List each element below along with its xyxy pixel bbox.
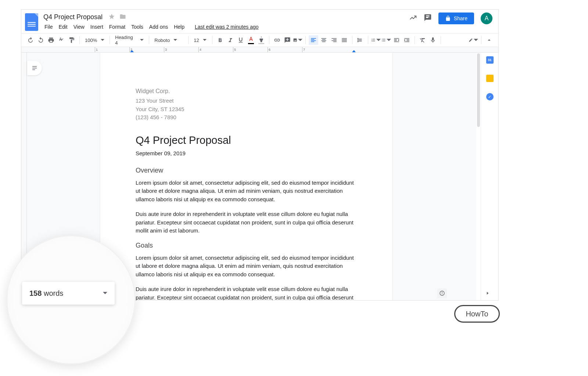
word-count-text: 158 words	[29, 289, 63, 298]
sidepanel-collapse-icon[interactable]	[485, 291, 490, 297]
italic-button[interactable]	[226, 35, 235, 45]
tasks-app-icon[interactable]	[486, 93, 494, 100]
ruler-tick: 5	[233, 47, 268, 52]
ruler-tick: 3	[164, 47, 198, 52]
menu-help[interactable]: Help	[171, 22, 187, 31]
doc-section-overview: Overview	[136, 167, 357, 174]
move-folder-icon[interactable]	[119, 13, 126, 21]
ruler-tick: 7	[302, 47, 337, 52]
doc-paragraph: Lorem ipsum dolor sit amet, consectetur …	[136, 179, 357, 204]
highlight-button[interactable]	[257, 35, 266, 45]
text-color-button[interactable]	[246, 35, 256, 45]
menu-edit[interactable]: Edit	[56, 22, 70, 31]
doc-paragraph: Duis aute irure dolor in reprehenderit i…	[136, 210, 357, 235]
doc-company: Widget Corp.	[136, 88, 357, 95]
doc-section-goals: Goals	[136, 242, 357, 249]
horizontal-ruler[interactable]: 1 2 3 4 5 6 7	[21, 47, 498, 53]
align-justify-button[interactable]	[340, 35, 349, 45]
caret-down-icon	[173, 38, 177, 42]
explore-button[interactable]	[437, 288, 447, 298]
lock-icon	[445, 15, 451, 21]
redo-button[interactable]	[36, 35, 46, 45]
doc-phone: (123) 456 - 7890	[136, 113, 357, 122]
ruler-tick: 4	[198, 47, 233, 52]
align-center-button[interactable]	[319, 35, 329, 45]
title-row: Q4 Project Proposal	[42, 13, 409, 22]
doc-heading: Q4 Project Proposal	[136, 134, 357, 146]
decrease-indent-button[interactable]	[392, 35, 401, 45]
undo-button[interactable]	[26, 35, 35, 45]
bulleted-list-button[interactable]	[381, 35, 391, 45]
ruler-tick: 1	[95, 47, 129, 52]
activity-icon[interactable]	[409, 14, 417, 23]
spellcheck-button[interactable]	[57, 35, 66, 45]
howto-watermark: HowTo	[454, 305, 500, 323]
menu-tools[interactable]: Tools	[129, 22, 146, 31]
document-page[interactable]: Widget Corp. 123 Your Street Your City, …	[100, 53, 392, 300]
title-column: Q4 Project Proposal File Edit View Inser…	[42, 13, 409, 31]
ruler-tick: 2	[129, 47, 164, 52]
align-left-button[interactable]	[309, 35, 318, 45]
last-edit-link[interactable]: Last edit was 2 minutes ago	[192, 22, 261, 31]
clear-formatting-button[interactable]	[418, 35, 427, 45]
line-spacing-button[interactable]	[355, 35, 365, 45]
align-right-button[interactable]	[329, 35, 339, 45]
menu-bar: File Edit View Insert Format Tools Add o…	[42, 22, 409, 31]
indent-marker-left[interactable]	[130, 50, 134, 52]
caret-down-icon	[103, 291, 107, 295]
underline-button[interactable]	[236, 35, 245, 45]
comments-icon[interactable]	[424, 14, 432, 23]
outline-toggle-button[interactable]	[27, 61, 42, 75]
caret-down-icon	[474, 37, 478, 43]
ruler-tick: 6	[268, 47, 302, 52]
menu-view[interactable]: View	[71, 22, 87, 31]
voice-typing-button[interactable]	[428, 35, 438, 45]
calendar-app-icon[interactable]	[486, 56, 494, 64]
increase-indent-button[interactable]	[402, 35, 412, 45]
word-count-pill[interactable]: 158 words	[22, 282, 115, 305]
doc-paragraph: Duis aute irure dolor in reprehenderit i…	[136, 285, 357, 300]
zoom-select[interactable]: 100%	[83, 35, 107, 45]
print-button[interactable]	[46, 35, 56, 45]
title-actions: Share A	[409, 13, 492, 24]
side-panel	[481, 53, 498, 300]
menu-format[interactable]: Format	[107, 22, 128, 31]
toolbar: 100% Heading 4 Roboto 12	[21, 33, 498, 47]
editing-mode-button[interactable]	[469, 35, 478, 45]
vertical-scrollbar[interactable]	[476, 53, 481, 300]
caret-down-icon	[387, 37, 391, 43]
doc-address-2: Your City, ST 12345	[136, 105, 357, 114]
keep-app-icon[interactable]	[486, 75, 494, 82]
paint-format-button[interactable]	[67, 35, 76, 45]
add-comment-button[interactable]	[283, 35, 292, 45]
caret-down-icon	[140, 38, 144, 42]
indent-marker-right[interactable]	[352, 50, 356, 52]
account-avatar[interactable]: A	[481, 13, 492, 24]
doc-date: September 09, 2019	[136, 150, 357, 156]
share-button[interactable]: Share	[438, 13, 474, 24]
scrollbar-thumb[interactable]	[477, 53, 480, 127]
font-select[interactable]: Roboto	[152, 35, 185, 45]
numbered-list-button[interactable]	[371, 35, 381, 45]
insert-link-button[interactable]	[272, 35, 282, 45]
star-icon[interactable]	[108, 13, 115, 21]
document-title[interactable]: Q4 Project Proposal	[42, 13, 104, 22]
collapse-toolbar-button[interactable]	[484, 35, 494, 45]
docs-logo-icon[interactable]	[25, 13, 38, 31]
fontsize-select[interactable]: 12	[191, 35, 209, 45]
style-select[interactable]: Heading 4	[113, 35, 146, 45]
insert-image-button[interactable]	[293, 35, 302, 45]
caret-down-icon	[101, 38, 104, 42]
doc-address-1: 123 Your Street	[136, 97, 357, 105]
title-bar: Q4 Project Proposal File Edit View Inser…	[21, 10, 498, 33]
doc-paragraph: Lorem ipsum dolor sit amet, consectetur …	[136, 254, 357, 279]
menu-insert[interactable]: Insert	[88, 22, 106, 31]
caret-down-icon	[203, 38, 207, 42]
menu-file[interactable]: File	[42, 22, 55, 31]
caret-down-icon	[298, 37, 302, 43]
bold-button[interactable]	[215, 35, 225, 45]
share-label: Share	[454, 15, 467, 21]
caret-down-icon	[376, 37, 381, 43]
menu-addons[interactable]: Add ons	[147, 22, 171, 31]
